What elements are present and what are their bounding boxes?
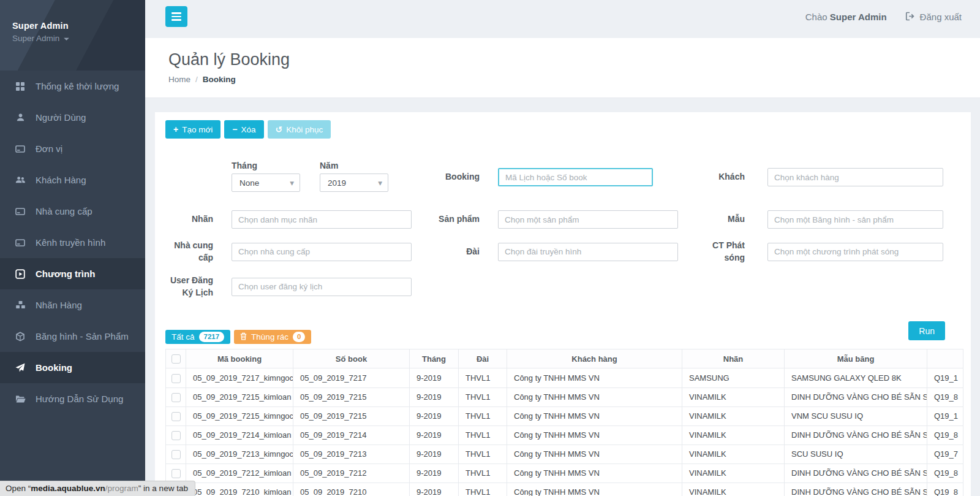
tab-trash[interactable]: Thùng rác 0 xyxy=(234,330,311,344)
delete-button[interactable]: − Xóa xyxy=(224,120,263,139)
breadcrumb-current: Booking xyxy=(203,75,236,84)
sidebar-item-thong-ke[interactable]: Thống kê thời lượng xyxy=(0,71,145,102)
supplier-label: Nhà cung cấp xyxy=(165,240,213,264)
registering-user-input[interactable] xyxy=(232,278,412,296)
table-row: 05_09_2019_7210_kimloan05_09_2019_7210 9… xyxy=(166,483,964,496)
undo-icon: ↺ xyxy=(276,125,283,134)
sidebar: Super Admin Super Admin Thống kê thời lư… xyxy=(0,0,145,496)
column-header: Mã booking xyxy=(186,349,293,368)
page-title: Quản lý Booking xyxy=(168,50,980,69)
chevron-down-icon: ▾ xyxy=(290,178,294,188)
cubes-icon xyxy=(14,300,26,310)
folder-open-icon xyxy=(14,395,26,403)
user-name: Super Admin xyxy=(12,21,145,31)
user-role-dropdown[interactable]: Super Admin xyxy=(12,34,145,43)
browser-status-tooltip: Open “media.aquablue.vn/program” in a ne… xyxy=(0,481,195,496)
trash-count-badge: 0 xyxy=(293,332,305,342)
sample-label: Mẫu xyxy=(691,213,745,226)
user-greeting: Chào Super Admin xyxy=(805,12,887,22)
caret-down-icon xyxy=(64,34,69,43)
row-checkbox[interactable] xyxy=(172,374,181,383)
station-label: Đài xyxy=(423,246,480,258)
sign-out-icon xyxy=(905,11,915,23)
minus-icon: − xyxy=(232,125,237,134)
year-select[interactable]: 2019 ▾ xyxy=(320,174,388,192)
column-header: Số book xyxy=(293,349,410,368)
card-icon xyxy=(14,207,26,216)
sidebar-item-don-vi[interactable]: Đơn vị xyxy=(0,133,145,164)
filter-form: Tháng None ▾ Năm 2019 ▾ xyxy=(165,161,963,299)
user-panel: Super Admin Super Admin xyxy=(0,0,145,71)
table-header-row: Mã booking Số book Tháng Đài Khách hàng … xyxy=(166,349,964,368)
play-square-icon xyxy=(14,269,26,279)
sidebar-item-nha-cung-cap[interactable]: Nhà cung cấp xyxy=(0,196,145,227)
column-header: Nhãn xyxy=(682,349,785,368)
supplier-input[interactable] xyxy=(232,243,412,261)
column-header: Khách hàng xyxy=(507,349,682,368)
station-input[interactable] xyxy=(498,243,678,261)
breadcrumb-home-link[interactable]: Home xyxy=(168,75,190,84)
row-checkbox[interactable] xyxy=(172,450,181,459)
column-header: Mẫu băng xyxy=(785,349,927,368)
sidebar-item-khach-hang[interactable]: Khách Hàng xyxy=(0,164,145,196)
row-checkbox[interactable] xyxy=(172,412,181,421)
sidebar-item-chuong-trinh[interactable]: Chương trình xyxy=(0,258,145,289)
broadcast-program-input[interactable] xyxy=(767,243,943,261)
table-row: 05_09_2019_7213_kimngoc05_09_2019_7213 9… xyxy=(166,444,964,464)
run-button[interactable]: Run xyxy=(908,321,945,340)
paper-plane-icon xyxy=(14,363,26,373)
sidebar-item-nhan-hang[interactable]: Nhãn Hàng xyxy=(0,289,145,321)
column-header xyxy=(927,349,964,368)
row-checkbox[interactable] xyxy=(172,431,181,440)
all-count-badge: 7217 xyxy=(199,332,225,342)
customer-input[interactable] xyxy=(767,168,943,186)
customer-label: Khách xyxy=(691,171,745,183)
grid-icon xyxy=(14,82,26,91)
restore-button[interactable]: ↺ Khôi phục xyxy=(268,120,331,139)
plus-icon: + xyxy=(173,125,178,134)
page-header: Quản lý Booking Home / Booking xyxy=(145,38,980,98)
table-row: 05_09_2019_7215_kimngoc05_09_2019_7215 9… xyxy=(166,406,964,425)
product-input[interactable] xyxy=(498,210,678,229)
column-header: Đài xyxy=(459,349,507,368)
trash-icon xyxy=(240,332,247,342)
logout-button[interactable]: Đăng xuất xyxy=(905,11,962,23)
sidebar-item-kenh-truyen-hinh[interactable]: Kênh truyền hình xyxy=(0,227,145,258)
users-icon xyxy=(14,175,26,185)
booking-label: Booking xyxy=(423,171,480,183)
user-role-label: Super Admin xyxy=(12,34,59,43)
label-category-label: Nhãn xyxy=(165,213,213,226)
booking-input[interactable] xyxy=(498,168,653,186)
card-icon xyxy=(14,144,26,154)
action-buttons: + Tạo mới − Xóa ↺ Khôi phục xyxy=(165,120,963,139)
row-checkbox[interactable] xyxy=(172,393,181,402)
create-button[interactable]: + Tạo mới xyxy=(165,120,221,139)
registering-user-label: User Đăng Ký Lịch xyxy=(165,275,213,299)
month-label: Tháng xyxy=(232,161,300,170)
label-category-input[interactable] xyxy=(232,210,412,229)
content-panel: + Tạo mới − Xóa ↺ Khôi phục xyxy=(155,112,971,496)
sidebar-item-nguoi-dung[interactable]: Người Dùng xyxy=(0,102,145,133)
table-row: 05_09_2019_7217_kimngoc05_09_2019_7217 9… xyxy=(166,368,964,387)
sidebar-item-huong-dan[interactable]: Hướng Dẫn Sử Dụng xyxy=(0,383,145,414)
tab-all[interactable]: Tất cả 7217 xyxy=(165,330,230,344)
year-label: Năm xyxy=(320,161,388,170)
tabs-row: Tất cả 7217 Thùng rác 0 Run xyxy=(165,321,963,344)
sidebar-toggle-button[interactable] xyxy=(165,6,187,27)
table-row: 05_09_2019_7212_kimloan05_09_2019_7212 9… xyxy=(166,464,964,483)
sample-input[interactable] xyxy=(767,210,943,229)
sidebar-item-booking[interactable]: Booking xyxy=(0,352,145,383)
chevron-down-icon: ▾ xyxy=(378,178,382,188)
cube-icon xyxy=(14,332,26,341)
booking-table-container: Mã booking Số book Tháng Đài Khách hàng … xyxy=(165,349,963,496)
logout-label: Đăng xuất xyxy=(920,12,962,22)
sidebar-menu: Thống kê thời lượng Người Dùng Đơn vị Kh… xyxy=(0,71,145,414)
month-select[interactable]: None ▾ xyxy=(232,174,300,192)
column-header: Tháng xyxy=(410,349,459,368)
product-label: Sản phẩm xyxy=(423,213,480,226)
row-checkbox[interactable] xyxy=(172,469,181,478)
app-window: Super Admin Super Admin Thống kê thời lư… xyxy=(0,0,980,496)
select-all-checkbox[interactable] xyxy=(172,354,181,364)
card-icon xyxy=(14,238,26,248)
sidebar-item-bang-hinh[interactable]: Băng hình - Sản Phẩm xyxy=(0,321,145,352)
